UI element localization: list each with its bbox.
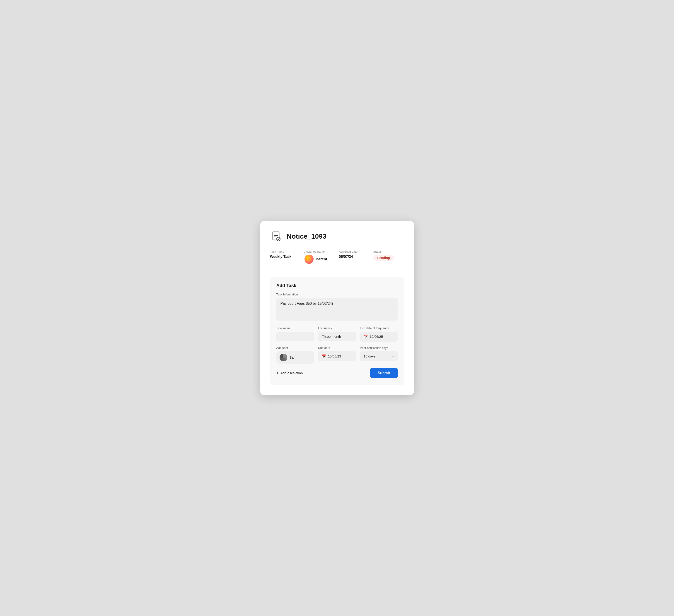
meta-assignee: Assignee name Bercht [305, 250, 335, 264]
header: Notice_1093 [270, 230, 404, 243]
task-name-value: Weekly Task [270, 255, 292, 259]
task-info-label: Task Information [276, 293, 398, 296]
form-row-1: Task name Payment Frequency Three month … [276, 326, 398, 342]
end-date-input[interactable]: 📅 12/06/25 [360, 332, 398, 342]
chevron-down-icon-3: ⌄ [391, 354, 394, 358]
calendar-icon: 📅 [364, 335, 368, 339]
end-date-label: End date of frequency [360, 326, 398, 330]
assignee-label: Assignee name [305, 250, 335, 253]
task-name-field: Task name Payment [276, 326, 314, 342]
assigned-date-label: Assigned date [339, 250, 370, 253]
meta-row: Task name Weekly Task Assignee name Berc… [270, 250, 404, 270]
add-user-field: Add user Sam [276, 346, 314, 363]
frequency-label: Frequency [318, 326, 356, 330]
user-selector[interactable]: Sam [276, 351, 314, 363]
plus-icon: + [276, 370, 279, 375]
meta-task-name: Task name Weekly Task [270, 250, 301, 264]
avatar [305, 255, 314, 264]
task-name-label: Task name [270, 250, 301, 253]
main-card: Notice_1093 Task name Weekly Task Assign… [260, 221, 414, 395]
prior-notif-select[interactable]: 15 days ⌄ [360, 351, 398, 361]
document-check-icon [270, 230, 283, 243]
add-task-title: Add Task [276, 283, 398, 288]
user-avatar [279, 354, 287, 361]
chevron-down-icon: ⌄ [350, 335, 352, 338]
svg-point-4 [276, 237, 280, 241]
add-task-card: Add Task Task Information Pay court Fees… [270, 277, 404, 385]
user-name: Sam [290, 355, 297, 359]
status-badge: Pending [373, 255, 394, 261]
task-name-input[interactable]: Payment [276, 332, 314, 341]
meta-assigned-date: Assigned date 06/07/24 [339, 250, 370, 264]
add-escalation-button[interactable]: + Add escalation [276, 370, 303, 375]
frequency-select[interactable]: Three month ⌄ [318, 332, 356, 341]
assigned-date-value: 06/07/24 [339, 255, 353, 259]
end-date-field: End date of frequency 📅 12/06/25 [360, 326, 398, 342]
due-date-field: Due date 📅 15/06/23 ⌄ [318, 346, 356, 363]
page-title: Notice_1093 [287, 233, 326, 240]
submit-button[interactable]: Submit [370, 368, 398, 378]
chevron-down-icon-2: ⌄ [350, 354, 352, 358]
task-info-input[interactable]: Pay court Fees $50 by 15/02/24) [276, 298, 398, 321]
prior-notif-label: Prior notification days [360, 346, 398, 349]
due-date-input[interactable]: 📅 15/06/23 ⌄ [318, 351, 356, 361]
assignee-group: Bercht [305, 255, 335, 264]
prior-notif-field: Prior notification days 15 days ⌄ [360, 346, 398, 363]
assignee-name: Bercht [316, 257, 327, 261]
task-name-field-label: Task name [276, 326, 314, 330]
due-date-value: 📅 15/06/23 [322, 354, 341, 358]
add-escalation-label: Add escalation [280, 371, 303, 375]
prior-notif-value: 15 days [364, 354, 376, 358]
footer-row: + Add escalation Submit [276, 368, 398, 378]
calendar-icon-2: 📅 [322, 354, 326, 358]
frequency-field: Frequency Three month ⌄ [318, 326, 356, 342]
due-date-label: Due date [318, 346, 356, 349]
meta-status: Status Pending [373, 250, 404, 264]
task-info-field: Task Information Pay court Fees $50 by 1… [276, 293, 398, 326]
status-label: Status [373, 250, 404, 253]
add-user-label: Add user [276, 346, 314, 349]
form-row-2: Add user Sam Due date 📅 15/06/23 ⌄ [276, 346, 398, 363]
frequency-value: Three month [322, 335, 341, 338]
end-date-value: 📅 12/06/25 [364, 335, 383, 339]
